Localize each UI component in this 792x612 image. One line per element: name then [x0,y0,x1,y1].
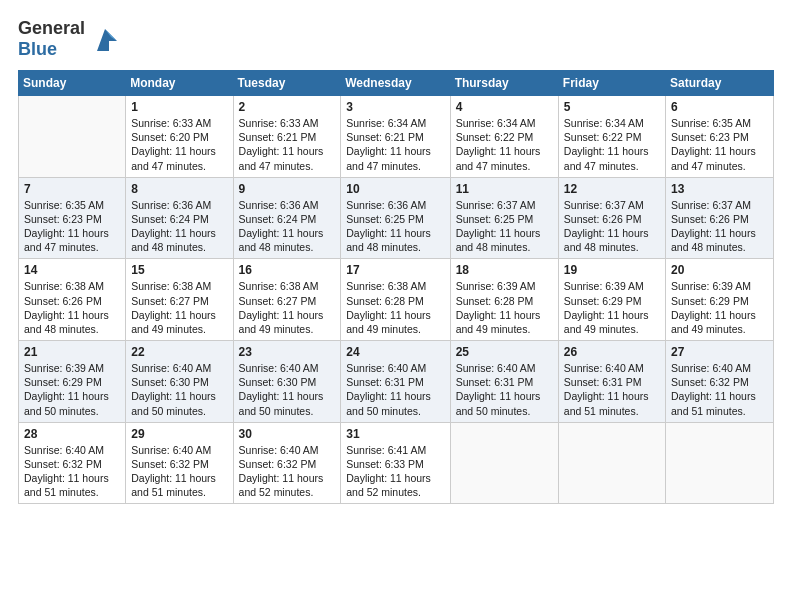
day-number: 19 [564,263,660,277]
day-info: Sunrise: 6:41 AMSunset: 6:33 PMDaylight:… [346,443,444,500]
day-number: 29 [131,427,227,441]
calendar-cell: 3Sunrise: 6:34 AMSunset: 6:21 PMDaylight… [341,96,450,178]
logo-text: General Blue [18,18,85,60]
day-info: Sunrise: 6:40 AMSunset: 6:31 PMDaylight:… [564,361,660,418]
day-info: Sunrise: 6:38 AMSunset: 6:28 PMDaylight:… [346,279,444,336]
day-number: 20 [671,263,768,277]
calendar-cell: 11Sunrise: 6:37 AMSunset: 6:25 PMDayligh… [450,177,558,259]
day-info: Sunrise: 6:40 AMSunset: 6:30 PMDaylight:… [239,361,336,418]
calendar-table: SundayMondayTuesdayWednesdayThursdayFrid… [18,70,774,504]
weekday-header: Saturday [666,71,774,96]
day-info: Sunrise: 6:39 AMSunset: 6:28 PMDaylight:… [456,279,553,336]
day-info: Sunrise: 6:36 AMSunset: 6:25 PMDaylight:… [346,198,444,255]
day-number: 26 [564,345,660,359]
calendar-cell: 31Sunrise: 6:41 AMSunset: 6:33 PMDayligh… [341,422,450,504]
calendar-cell: 7Sunrise: 6:35 AMSunset: 6:23 PMDaylight… [19,177,126,259]
weekday-header: Sunday [19,71,126,96]
calendar-cell [558,422,665,504]
day-info: Sunrise: 6:40 AMSunset: 6:31 PMDaylight:… [456,361,553,418]
calendar-week-row: 1Sunrise: 6:33 AMSunset: 6:20 PMDaylight… [19,96,774,178]
calendar-cell [19,96,126,178]
calendar-cell: 26Sunrise: 6:40 AMSunset: 6:31 PMDayligh… [558,341,665,423]
weekday-header: Tuesday [233,71,341,96]
day-info: Sunrise: 6:37 AMSunset: 6:25 PMDaylight:… [456,198,553,255]
calendar-cell: 27Sunrise: 6:40 AMSunset: 6:32 PMDayligh… [666,341,774,423]
day-number: 16 [239,263,336,277]
day-info: Sunrise: 6:38 AMSunset: 6:26 PMDaylight:… [24,279,120,336]
header-row: SundayMondayTuesdayWednesdayThursdayFrid… [19,71,774,96]
day-number: 12 [564,182,660,196]
day-number: 6 [671,100,768,114]
calendar-week-row: 21Sunrise: 6:39 AMSunset: 6:29 PMDayligh… [19,341,774,423]
day-number: 27 [671,345,768,359]
logo-icon [89,23,121,55]
calendar-week-row: 14Sunrise: 6:38 AMSunset: 6:26 PMDayligh… [19,259,774,341]
calendar-cell: 16Sunrise: 6:38 AMSunset: 6:27 PMDayligh… [233,259,341,341]
day-info: Sunrise: 6:38 AMSunset: 6:27 PMDaylight:… [131,279,227,336]
day-number: 21 [24,345,120,359]
calendar-cell: 8Sunrise: 6:36 AMSunset: 6:24 PMDaylight… [126,177,233,259]
day-info: Sunrise: 6:35 AMSunset: 6:23 PMDaylight:… [24,198,120,255]
calendar-cell: 23Sunrise: 6:40 AMSunset: 6:30 PMDayligh… [233,341,341,423]
calendar-cell: 1Sunrise: 6:33 AMSunset: 6:20 PMDaylight… [126,96,233,178]
day-info: Sunrise: 6:40 AMSunset: 6:32 PMDaylight:… [24,443,120,500]
calendar-cell: 4Sunrise: 6:34 AMSunset: 6:22 PMDaylight… [450,96,558,178]
calendar-cell: 29Sunrise: 6:40 AMSunset: 6:32 PMDayligh… [126,422,233,504]
calendar-cell: 24Sunrise: 6:40 AMSunset: 6:31 PMDayligh… [341,341,450,423]
day-number: 17 [346,263,444,277]
calendar-cell: 2Sunrise: 6:33 AMSunset: 6:21 PMDaylight… [233,96,341,178]
day-number: 24 [346,345,444,359]
day-number: 5 [564,100,660,114]
calendar-cell: 25Sunrise: 6:40 AMSunset: 6:31 PMDayligh… [450,341,558,423]
day-info: Sunrise: 6:33 AMSunset: 6:21 PMDaylight:… [239,116,336,173]
day-number: 22 [131,345,227,359]
day-info: Sunrise: 6:40 AMSunset: 6:30 PMDaylight:… [131,361,227,418]
day-info: Sunrise: 6:36 AMSunset: 6:24 PMDaylight:… [131,198,227,255]
day-number: 10 [346,182,444,196]
day-info: Sunrise: 6:37 AMSunset: 6:26 PMDaylight:… [564,198,660,255]
day-info: Sunrise: 6:40 AMSunset: 6:32 PMDaylight:… [131,443,227,500]
calendar-cell: 10Sunrise: 6:36 AMSunset: 6:25 PMDayligh… [341,177,450,259]
calendar-week-row: 28Sunrise: 6:40 AMSunset: 6:32 PMDayligh… [19,422,774,504]
day-info: Sunrise: 6:33 AMSunset: 6:20 PMDaylight:… [131,116,227,173]
day-number: 1 [131,100,227,114]
calendar-cell [450,422,558,504]
day-number: 8 [131,182,227,196]
day-info: Sunrise: 6:34 AMSunset: 6:21 PMDaylight:… [346,116,444,173]
day-number: 23 [239,345,336,359]
day-info: Sunrise: 6:38 AMSunset: 6:27 PMDaylight:… [239,279,336,336]
day-info: Sunrise: 6:40 AMSunset: 6:32 PMDaylight:… [671,361,768,418]
day-info: Sunrise: 6:39 AMSunset: 6:29 PMDaylight:… [671,279,768,336]
day-number: 13 [671,182,768,196]
calendar-cell: 17Sunrise: 6:38 AMSunset: 6:28 PMDayligh… [341,259,450,341]
calendar-cell: 21Sunrise: 6:39 AMSunset: 6:29 PMDayligh… [19,341,126,423]
logo: General Blue [18,18,121,60]
calendar-cell: 14Sunrise: 6:38 AMSunset: 6:26 PMDayligh… [19,259,126,341]
calendar-cell: 6Sunrise: 6:35 AMSunset: 6:23 PMDaylight… [666,96,774,178]
page: General Blue SundayMondayTuesdayWednesda… [0,0,792,612]
day-info: Sunrise: 6:37 AMSunset: 6:26 PMDaylight:… [671,198,768,255]
calendar-cell: 30Sunrise: 6:40 AMSunset: 6:32 PMDayligh… [233,422,341,504]
day-info: Sunrise: 6:40 AMSunset: 6:31 PMDaylight:… [346,361,444,418]
weekday-header: Friday [558,71,665,96]
day-number: 4 [456,100,553,114]
day-info: Sunrise: 6:39 AMSunset: 6:29 PMDaylight:… [564,279,660,336]
day-number: 7 [24,182,120,196]
day-info: Sunrise: 6:35 AMSunset: 6:23 PMDaylight:… [671,116,768,173]
day-number: 9 [239,182,336,196]
weekday-header: Monday [126,71,233,96]
day-info: Sunrise: 6:40 AMSunset: 6:32 PMDaylight:… [239,443,336,500]
day-number: 15 [131,263,227,277]
calendar-cell [666,422,774,504]
calendar-cell: 9Sunrise: 6:36 AMSunset: 6:24 PMDaylight… [233,177,341,259]
day-number: 3 [346,100,444,114]
calendar-cell: 15Sunrise: 6:38 AMSunset: 6:27 PMDayligh… [126,259,233,341]
day-number: 28 [24,427,120,441]
day-number: 11 [456,182,553,196]
calendar-body: 1Sunrise: 6:33 AMSunset: 6:20 PMDaylight… [19,96,774,504]
calendar-cell: 20Sunrise: 6:39 AMSunset: 6:29 PMDayligh… [666,259,774,341]
calendar-cell: 28Sunrise: 6:40 AMSunset: 6:32 PMDayligh… [19,422,126,504]
day-number: 30 [239,427,336,441]
day-info: Sunrise: 6:36 AMSunset: 6:24 PMDaylight:… [239,198,336,255]
calendar-cell: 13Sunrise: 6:37 AMSunset: 6:26 PMDayligh… [666,177,774,259]
